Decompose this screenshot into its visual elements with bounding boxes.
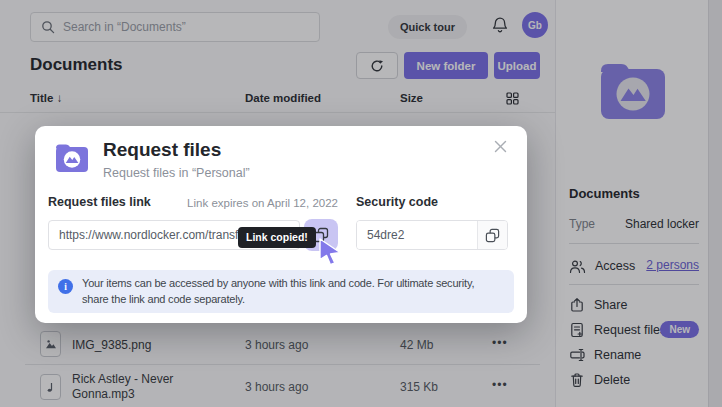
app-window: Quick tour Gb Documents New folder Uploa… xyxy=(0,0,722,407)
link-copied-tooltip: Link copied! xyxy=(238,227,316,248)
request-files-modal: Request files Request files in “Personal… xyxy=(35,126,527,323)
close-icon[interactable] xyxy=(493,139,511,157)
mouse-cursor-pointer xyxy=(318,238,344,265)
copy-code-button[interactable] xyxy=(477,221,507,249)
copy-icon xyxy=(485,228,500,243)
security-code-group xyxy=(356,220,508,250)
modal-title: Request files xyxy=(103,139,221,161)
info-icon: i xyxy=(58,279,73,294)
modal-subtitle: Request files in “Personal” xyxy=(103,166,250,180)
link-expiry-text: Link expires on April 12, 2022 xyxy=(187,197,338,209)
request-link-label: Request files link xyxy=(48,195,151,209)
info-text: Your items can be accessed by anyone wit… xyxy=(82,276,500,307)
modal-folder-icon xyxy=(53,140,91,174)
info-banner: i Your items can be accessed by anyone w… xyxy=(48,270,514,313)
security-code-input[interactable] xyxy=(357,221,477,249)
security-code-label: Security code xyxy=(356,195,438,209)
